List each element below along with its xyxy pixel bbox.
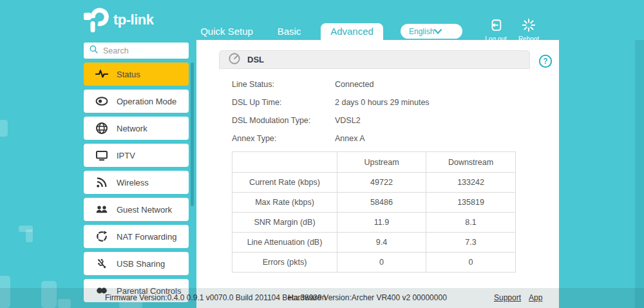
info-label: Line Status:: [232, 80, 335, 89]
info-label: Annex Type:: [232, 134, 335, 143]
info-label: DSL Up Time:: [232, 98, 335, 107]
background-decoration: [0, 120, 8, 137]
refresh-icon: [95, 230, 108, 243]
usb-icon: [95, 257, 108, 270]
column-header-upstream: Upstream: [337, 152, 426, 173]
monitor-icon: [95, 149, 108, 162]
sidebar-item-network[interactable]: Network: [84, 117, 189, 140]
dsl-stats-table: Upstream Downstream Current Rate (kbps) …: [232, 151, 516, 273]
downstream-value: 8.1: [426, 213, 516, 233]
sidebar-item-wireless[interactable]: Wireless: [84, 171, 189, 194]
row-label: SNR Margin (dB): [232, 213, 337, 233]
sidebar-item-nat-forwarding[interactable]: NAT Forwarding: [84, 225, 189, 248]
downstream-value: 0: [426, 253, 516, 273]
background-decoration: [26, 229, 33, 242]
sidebar-item-label: NAT Forwarding: [117, 232, 176, 242]
sidebar-search[interactable]: [84, 43, 189, 59]
upstream-value: 0: [337, 253, 426, 273]
table-row: Current Rate (kbps) 49722 133242: [232, 173, 516, 193]
upstream-value: 11.9: [337, 213, 426, 233]
tab-quick-setup[interactable]: Quick Setup: [191, 23, 263, 40]
sidebar-item-status[interactable]: Status: [84, 63, 189, 86]
reboot-button[interactable]: Reboot: [513, 18, 544, 43]
sidebar-item-label: Status: [117, 70, 140, 79]
search-input[interactable]: [103, 46, 185, 55]
tp-link-logo: tp-link: [82, 8, 154, 37]
downstream-value: 7.3: [426, 233, 516, 253]
logout-button[interactable]: Log out: [480, 18, 511, 43]
sidebar-item-label: Network: [117, 124, 147, 133]
dsl-info: Line Status: Connected DSL Up Time: 2 da…: [219, 69, 530, 148]
downstream-value: 133242: [426, 173, 516, 193]
tab-advanced[interactable]: Advanced: [321, 23, 383, 40]
help-button[interactable]: ?: [538, 54, 553, 68]
logo-text: tp-link: [113, 12, 154, 28]
upstream-value: 58486: [337, 193, 426, 213]
downstream-value: 135819: [426, 193, 516, 213]
dsl-panel-header: DSL: [219, 50, 530, 69]
panel-title: DSL: [247, 55, 264, 64]
app-link[interactable]: App: [529, 293, 542, 302]
tp-link-logo-icon: [82, 8, 111, 37]
info-value: Annex A: [335, 134, 365, 143]
table-row: Errors (pkts) 0 0: [232, 253, 516, 273]
tab-basic[interactable]: Basic: [263, 23, 315, 40]
sidebar-item-label: USB Sharing: [117, 259, 165, 269]
wifi-icon: [95, 176, 108, 189]
globe-icon: [95, 122, 108, 135]
toggle-icon: [95, 95, 108, 108]
column-header-downstream: Downstream: [426, 152, 516, 173]
language-select[interactable]: English: [401, 24, 462, 39]
search-icon: [89, 44, 99, 57]
people-icon: [95, 203, 108, 216]
sidebar-item-guest-network[interactable]: Guest Network: [84, 198, 189, 221]
sidebar: Status Operation Mode Network: [84, 43, 189, 302]
upstream-value: 9.4: [337, 233, 426, 253]
chevron-down-icon: [434, 27, 457, 36]
dsl-panel: DSL Line Status: Connected DSL Up Time: …: [219, 50, 530, 273]
info-row-line-status: Line Status: Connected: [232, 75, 530, 93]
sidebar-scrollbar[interactable]: [191, 63, 194, 206]
table-header-row: Upstream Downstream: [232, 152, 516, 173]
sidebar-item-label: Wireless: [117, 178, 149, 188]
pulse-icon: [95, 68, 108, 81]
page-scrollbar-track[interactable]: [635, 40, 644, 308]
table-row: SNR Margin (dB) 11.9 8.1: [232, 213, 516, 233]
sidebar-item-label: IPTV: [117, 151, 135, 160]
column-header-blank: [232, 152, 337, 173]
row-label: Errors (pkts): [232, 253, 337, 273]
info-row-annex: Annex Type: Annex A: [232, 130, 530, 148]
info-value: Connected: [335, 80, 374, 89]
language-select-value: English: [409, 27, 434, 36]
logout-icon: [489, 23, 503, 34]
row-label: Max Rate (kbps): [232, 193, 337, 213]
row-label: Current Rate (kbps): [232, 173, 337, 193]
info-label: DSL Modulation Type:: [232, 116, 335, 125]
support-link[interactable]: Support: [494, 293, 521, 302]
info-value: VDSL2: [335, 116, 361, 125]
hardware-version: Hardware Version:Archer VR400 v2 0000000…: [288, 293, 447, 302]
sidebar-item-label: Guest Network: [117, 205, 172, 215]
table-row: Max Rate (kbps) 58486 135819: [232, 193, 516, 213]
sidebar-item-iptv[interactable]: IPTV: [84, 144, 189, 167]
table-row: Line Attenuation (dB) 9.4 7.3: [232, 233, 516, 253]
row-label: Line Attenuation (dB): [232, 233, 337, 253]
info-row-modulation: DSL Modulation Type: VDSL2: [232, 111, 530, 130]
info-row-up-time: DSL Up Time: 2 days 0 hours 29 minutes: [232, 93, 530, 111]
reboot-icon: [522, 23, 536, 34]
sidebar-item-usb-sharing[interactable]: USB Sharing: [84, 252, 189, 275]
gauge-icon: [228, 52, 241, 68]
sidebar-item-operation-mode[interactable]: Operation Mode: [84, 90, 189, 113]
info-value: 2 days 0 hours 29 minutes: [335, 98, 430, 107]
sidebar-item-label: Operation Mode: [117, 97, 176, 106]
svg-text:?: ?: [543, 57, 547, 66]
footer: Firmware Version:0.4.0 0.9.1 v0070.0 Bui…: [0, 288, 644, 308]
upstream-value: 49722: [337, 173, 426, 193]
main-content: DSL Line Status: Connected DSL Up Time: …: [196, 40, 559, 308]
